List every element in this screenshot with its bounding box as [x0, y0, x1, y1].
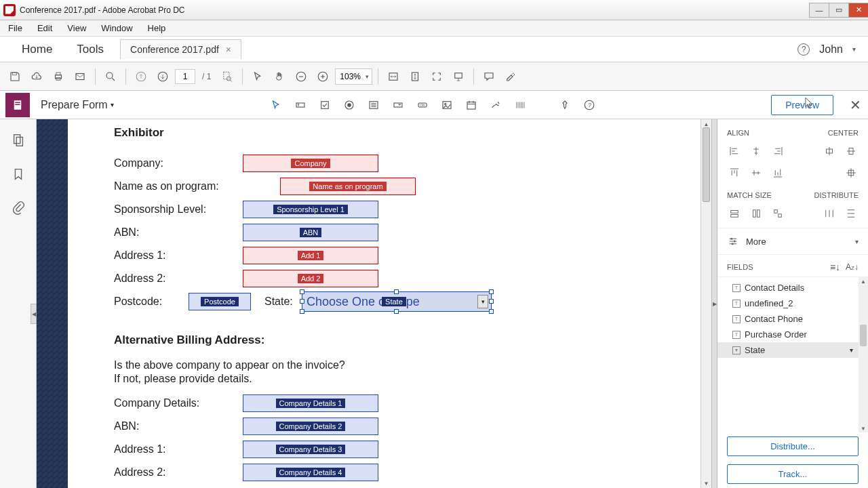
find-page-icon[interactable] [218, 67, 237, 86]
help-icon[interactable]: ? [797, 43, 810, 56]
match-both-icon[interactable] [770, 206, 785, 221]
form-help-icon[interactable]: ? [580, 96, 598, 114]
more-dropdown[interactable]: More ▾ [717, 228, 868, 254]
user-name[interactable]: John [819, 43, 843, 56]
attachments-icon[interactable] [11, 201, 26, 216]
menu-file[interactable]: File [5, 22, 25, 35]
track-button[interactable]: Track... [727, 464, 859, 484]
align-right-icon[interactable] [770, 144, 785, 159]
align-left-icon[interactable] [727, 144, 742, 159]
sponsorship-field[interactable]: Sponsorship Level 1 [243, 201, 378, 218]
scroll-up-icon[interactable]: ▲ [859, 277, 868, 285]
align-top-icon[interactable] [727, 165, 742, 180]
right-panel-collapse-icon[interactable]: ▶ [711, 119, 717, 488]
tab-home[interactable]: Home [9, 39, 64, 60]
save-icon[interactable] [5, 67, 24, 86]
name-field[interactable]: Name as on program [280, 178, 416, 195]
search-icon[interactable] [101, 67, 120, 86]
close-panel-icon[interactable]: ✕ [850, 97, 861, 113]
menu-edit[interactable]: Edit [35, 22, 55, 35]
abn-field[interactable]: ABN [243, 224, 378, 241]
state-dropdown-field[interactable]: Choose One o State pe ▾ [302, 291, 492, 312]
distribute-v-icon[interactable] [844, 206, 859, 221]
pin-tool-icon[interactable] [556, 96, 574, 114]
company-field[interactable]: Company [243, 155, 378, 172]
listbox-tool-icon[interactable] [365, 96, 382, 114]
company-details-4-field[interactable]: Company Details 4 [243, 464, 378, 481]
menu-view[interactable]: View [64, 22, 89, 35]
fit-page-icon[interactable] [406, 67, 425, 86]
fields-scrollbar[interactable]: ▲ ▼ [859, 277, 868, 432]
radio-tool-icon[interactable] [340, 96, 358, 114]
text-field-tool-icon[interactable] [292, 96, 309, 114]
field-item[interactable]: TPurchase Order [717, 327, 859, 342]
hand-tool-icon[interactable] [270, 67, 289, 86]
company-details-2-field[interactable]: Company Details 2 [243, 418, 378, 435]
fit-width-icon[interactable] [384, 67, 403, 86]
match-width-icon[interactable] [727, 206, 742, 221]
dropdown-tool-icon[interactable] [389, 96, 407, 114]
fullscreen-icon[interactable] [427, 67, 446, 86]
preview-button[interactable]: Preview [771, 95, 833, 115]
tab-document[interactable]: Conference 2017.pdf × [120, 39, 241, 59]
prev-page-icon[interactable] [132, 67, 151, 86]
highlight-icon[interactable] [501, 67, 520, 86]
comment-icon[interactable] [479, 67, 498, 86]
bookmarks-icon[interactable] [11, 167, 26, 182]
maximize-button[interactable]: ▭ [829, 3, 849, 18]
postcode-field[interactable]: Postcode [189, 293, 251, 310]
thumbnails-icon[interactable] [11, 133, 26, 148]
page-number-input[interactable] [175, 69, 195, 84]
prepare-form-dropdown[interactable]: Prepare Form ▾ [41, 99, 114, 111]
field-item[interactable]: TContact Details [717, 280, 859, 296]
zoom-select[interactable]: 103% [335, 68, 372, 85]
align-center-v-icon[interactable] [749, 165, 764, 180]
sidebar-collapse-icon[interactable]: ◀ [31, 304, 37, 324]
image-tool-icon[interactable] [438, 96, 456, 114]
center-h-icon[interactable] [822, 144, 837, 159]
select-tool-icon[interactable] [248, 67, 267, 86]
zoom-in-icon[interactable] [313, 67, 332, 86]
scroll-down-icon[interactable]: ▼ [701, 479, 711, 488]
center-v-icon[interactable] [844, 144, 859, 159]
distribute-h-icon[interactable] [822, 206, 837, 221]
button-tool-icon[interactable]: OK [414, 96, 431, 114]
sort-tab-icon[interactable]: ≡↓ [830, 262, 840, 272]
checkbox-tool-icon[interactable] [316, 96, 334, 114]
addr1-field[interactable]: Add 1 [243, 247, 378, 264]
print-icon[interactable] [49, 67, 68, 86]
date-tool-icon[interactable] [462, 96, 480, 114]
distribute-button[interactable]: Distribute... [727, 436, 859, 456]
mail-icon[interactable] [71, 67, 90, 86]
field-item[interactable]: Tundefined_2 [717, 296, 859, 311]
minimize-button[interactable]: — [809, 3, 829, 18]
match-height-icon[interactable] [749, 206, 764, 221]
zoom-out-icon[interactable] [292, 67, 311, 86]
dropdown-arrow-icon[interactable]: ▾ [477, 295, 488, 308]
read-mode-icon[interactable] [449, 67, 468, 86]
align-bottom-icon[interactable] [770, 165, 785, 180]
scroll-down-icon[interactable]: ▼ [859, 424, 868, 432]
align-center-h-icon[interactable] [749, 144, 764, 159]
scroll-thumb[interactable] [860, 325, 867, 346]
signature-tool-icon[interactable] [487, 96, 505, 114]
pointer-tool-icon[interactable] [267, 96, 285, 114]
cloud-icon[interactable] [27, 67, 46, 86]
field-item-selected[interactable]: ▾State▾ [717, 342, 859, 358]
tab-close-icon[interactable]: × [226, 44, 231, 55]
user-dropdown-icon[interactable]: ▾ [852, 45, 856, 53]
close-button[interactable]: ✕ [848, 3, 868, 18]
document-scrollbar[interactable]: ▲ ▼ [701, 119, 711, 488]
addr2-field[interactable]: Add 2 [243, 270, 378, 287]
company-details-3-field[interactable]: Company Details 3 [243, 441, 378, 458]
barcode-tool-icon[interactable] [511, 96, 529, 114]
center-both-icon[interactable] [844, 165, 859, 180]
tab-tools[interactable]: Tools [64, 39, 116, 60]
field-item[interactable]: TContact Phone [717, 311, 859, 327]
menu-help[interactable]: Help [145, 22, 169, 35]
sort-alpha-icon[interactable]: AZ↓ [846, 262, 859, 272]
scroll-thumb[interactable] [703, 127, 710, 202]
company-details-1-field[interactable]: Company Details 1 [243, 394, 378, 412]
menu-window[interactable]: Window [98, 22, 135, 35]
next-page-icon[interactable] [153, 67, 172, 86]
